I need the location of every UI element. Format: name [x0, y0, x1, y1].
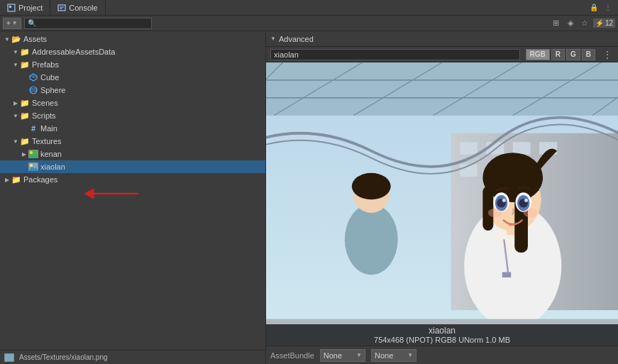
dropdown1-arrow-icon: ▼ [356, 352, 362, 358]
tab-project[interactable]: Project [0, 0, 50, 15]
tree-item-assets[interactable]: 📂 Assets [0, 33, 265, 45]
tree-arrow-scenes [11, 99, 20, 107]
cube-icon [28, 72, 38, 82]
badge-icon: ⚡ [595, 19, 604, 27]
toolbar-right: ⊞ ◈ ☆ ⚡ 12 [551, 18, 615, 29]
sphere-icon [28, 85, 38, 95]
folder-icon-scripts: 📁 [20, 111, 30, 121]
add-dropdown-icon: ▼ [12, 20, 18, 26]
svg-line-8 [30, 76, 33, 77]
left-panel: 📂 Assets 📁 AddressableAssetsData 📁 Prefa… [0, 31, 266, 364]
search-box[interactable]: 🔍 [24, 18, 152, 29]
tree-item-cube[interactable]: Cube [0, 71, 265, 84]
tree-item-sphere[interactable]: Sphere [0, 84, 265, 96]
svg-point-57 [502, 199, 506, 202]
tree-arrow-textures [11, 137, 20, 145]
svg-rect-48 [502, 272, 511, 277]
tag-icon: 🏷 [605, 297, 615, 309]
tree-label-cube: Cube [40, 73, 59, 82]
channel-buttons: RGB R G B [526, 49, 595, 60]
tree-item-scenes[interactable]: 📁 Scenes [0, 96, 265, 109]
tree-arrow-addressable [11, 48, 20, 56]
asset-name-input[interactable] [270, 49, 520, 60]
search-icon: 🔍 [28, 19, 36, 27]
svg-point-18 [30, 164, 33, 167]
svg-rect-35 [460, 142, 478, 154]
tree-arrow-scripts [11, 111, 20, 120]
svg-point-14 [30, 151, 33, 154]
tree-label-xiaolan: xiaolan [40, 162, 65, 171]
filter-icon[interactable]: ◈ [565, 18, 576, 29]
svg-rect-23 [5, 354, 13, 361]
channel-g-button[interactable]: G [566, 49, 580, 60]
svg-rect-2 [58, 5, 65, 11]
tree-arrow-assets [3, 35, 11, 43]
tree-item-kenan[interactable]: kenan [0, 148, 265, 160]
svg-rect-52 [482, 187, 493, 231]
dropdown2-arrow-icon: ▼ [407, 352, 413, 358]
svg-point-44 [352, 173, 391, 199]
tree-item-addressable[interactable]: 📁 AddressableAssetsData [0, 45, 265, 58]
advanced-header: ▼ Advanced [266, 31, 618, 47]
tree-item-scripts[interactable]: 📁 Scripts [0, 109, 265, 122]
asset-bundle-dropdown2[interactable]: None ▼ [371, 349, 416, 362]
favorite-icon[interactable]: ☆ [579, 18, 590, 29]
asset-bundle-label: AssetBundle [270, 351, 314, 360]
image-name: xiaolan [266, 326, 618, 336]
image-meta: 754x468 (NPOT) RGB8 UNorm 1.0 MB [266, 336, 618, 344]
inspector-bottom: AssetBundle None ▼ None ▼ [266, 346, 618, 364]
folder-icon-textures: 📁 [20, 136, 30, 146]
tree-item-textures[interactable]: 📁 Textures [0, 135, 265, 148]
tree-arrow-kenan [20, 150, 28, 158]
project-icon [7, 4, 16, 12]
tab-console[interactable]: Console [50, 0, 105, 15]
preview-area: 🏷 xiaolan 754x468 (NPOT) RGB8 UNorm 1.0 … [266, 62, 618, 346]
tree-item-main[interactable]: # Main [0, 122, 265, 135]
tree-item-prefabs[interactable]: 📁 Prefabs [0, 58, 265, 71]
image-icon-kenan [28, 149, 38, 159]
svg-point-61 [524, 199, 528, 202]
console-icon [57, 4, 66, 12]
bottom-path-text: Assets/Textures/xiaolan.png [19, 353, 108, 361]
tree-item-xiaolan[interactable]: xiaolan [0, 160, 265, 173]
more-options-icon[interactable]: ⋮ [602, 2, 614, 13]
tree-arrow-packages [3, 175, 11, 184]
tab-icons: 🔒 ⋮ [588, 2, 618, 13]
triangle-down-icon: ▼ [270, 35, 276, 42]
tree-label-addressable: AddressableAssetsData [32, 48, 115, 56]
image-info-overlay: xiaolan 754x468 (NPOT) RGB8 UNorm 1.0 MB [266, 324, 618, 346]
tab-console-label: Console [69, 4, 97, 12]
main-area: 📂 Assets 📁 AddressableAssetsData 📁 Prefa… [0, 31, 618, 364]
channel-rgb-button[interactable]: RGB [526, 49, 550, 60]
channel-b-button[interactable]: B [582, 49, 595, 60]
advanced-label: ▼ Advanced [270, 35, 314, 43]
add-button[interactable]: + ▼ [3, 18, 21, 29]
svg-rect-53 [514, 182, 528, 253]
channel-r-button[interactable]: R [551, 49, 565, 60]
tree-label-scenes: Scenes [32, 99, 58, 107]
tree-item-packages[interactable]: 📁 Packages [0, 173, 265, 186]
tree-label-assets: Assets [23, 35, 47, 43]
svg-rect-37 [513, 142, 531, 154]
badge-count[interactable]: ⚡ 12 [593, 18, 615, 28]
folder-icon-prefabs: 📁 [20, 60, 30, 70]
layout-icon[interactable]: ⊞ [551, 18, 562, 29]
tree-label-sphere: Sphere [40, 86, 65, 94]
tree-label-main: Main [40, 124, 57, 133]
right-panel: ▼ Advanced RGB R G B ⋮ [266, 31, 618, 364]
bottom-bar: Assets/Textures/xiaolan.png [0, 350, 265, 364]
lock-icon[interactable]: 🔒 [588, 2, 600, 13]
more-options-button[interactable]: ⋮ [601, 49, 614, 60]
tab-bar: Project Console 🔒 ⋮ [0, 0, 618, 16]
svg-line-7 [33, 76, 37, 77]
script-icon: # [28, 123, 38, 133]
folder-icon-addressable: 📁 [20, 47, 30, 57]
tree-label-scripts: Scripts [32, 111, 56, 120]
tree-arrow-prefabs [11, 60, 20, 69]
tree-label-kenan: kenan [40, 150, 62, 158]
project-tree: 📂 Assets 📁 AddressableAssetsData 📁 Prefa… [0, 31, 265, 350]
asset-name-bar: RGB R G B ⋮ [266, 47, 618, 62]
asset-bundle-dropdown1[interactable]: None ▼ [320, 349, 365, 362]
tree-label-prefabs: Prefabs [32, 60, 59, 69]
search-input[interactable] [38, 19, 148, 27]
